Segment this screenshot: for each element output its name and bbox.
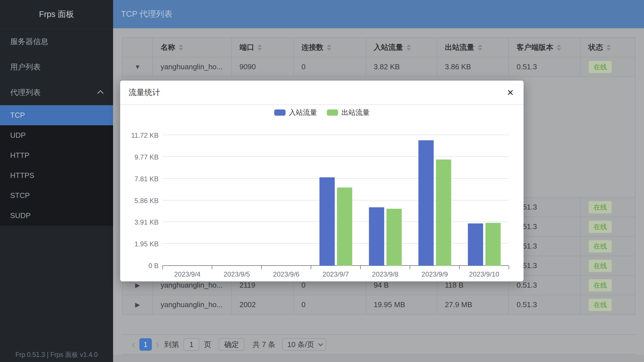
bar-group [262, 135, 311, 266]
cell-traffic_out: 3.86 KB [437, 57, 509, 76]
x-axis-tick [162, 266, 163, 269]
sidebar-item-stcp[interactable]: STCP [0, 186, 113, 206]
y-axis-tick-label: 7.81 KB [120, 174, 159, 184]
sidebar-submenu-proxy-types: TCPUDPHTTPHTTPSSTCPSUDP [0, 105, 113, 226]
page-size-select[interactable]: 10 条/页 [282, 338, 326, 351]
page-number-button[interactable]: 1 [139, 338, 152, 351]
y-axis-tick-label: 1.95 KB [120, 239, 159, 249]
page-unit-label: 页 [204, 340, 211, 350]
traffic-stats-dialog: 流量统计 ✕ 入站流量出站流量 0 B1.95 KB3.91 KB5.86 KB… [120, 81, 524, 281]
status-badge: 在线 [588, 279, 612, 292]
pagination-bar: ‹ 1 › 到第 页 确定 共 7 条 10 条/页 [122, 334, 636, 355]
outbound-traffic-bar [337, 188, 352, 266]
sidebar-item-user-list[interactable]: 用户列表 [0, 54, 113, 80]
column-label: 状态 [588, 42, 603, 52]
page-background-strip [113, 355, 644, 362]
sidebar: Frps 面板 服务器信息 用户列表 代理列表 TCPUDPHTTPHTTPSS… [0, 0, 113, 362]
column-label: 入站流量 [374, 42, 403, 52]
sort-caret-icon[interactable] [179, 44, 183, 51]
bar-group [212, 135, 262, 266]
total-count-label: 共 7 条 [252, 340, 275, 350]
column-label: 出站流量 [445, 42, 474, 52]
x-axis-tick [509, 266, 509, 269]
bar-group [459, 135, 509, 266]
goto-page-label: 到第 [164, 340, 179, 350]
sort-caret-icon[interactable] [478, 44, 482, 51]
x-axis-tick-label: 2023/9/10 [459, 270, 509, 278]
confirm-button[interactable]: 确定 [219, 338, 245, 351]
column-header-port[interactable]: 端口 [232, 38, 294, 57]
sidebar-item-label: 代理列表 [10, 87, 41, 98]
y-axis-tick-label: 3.91 KB [120, 217, 159, 227]
sort-caret-icon[interactable] [407, 44, 411, 51]
sidebar-item-server-info[interactable]: 服务器信息 [0, 29, 113, 54]
column-header-connections[interactable]: 连接数 [294, 38, 366, 57]
sidebar-item-udp[interactable]: UDP [0, 125, 113, 145]
column-label: 客户端版本 [517, 42, 553, 52]
column-label: 连接数 [301, 42, 323, 52]
prev-page-button[interactable]: ‹ [130, 339, 137, 350]
cell-status: 在线 [581, 276, 635, 295]
status-badge: 在线 [588, 220, 612, 233]
outbound-traffic-bar [436, 160, 451, 266]
bar-group [410, 135, 459, 266]
sort-caret-icon[interactable] [258, 44, 262, 51]
cell-expand: ▶ [123, 295, 153, 314]
status-badge: 在线 [588, 201, 612, 214]
sort-caret-icon[interactable] [327, 44, 331, 51]
x-axis-tick [410, 266, 410, 269]
chevron-down-icon [318, 341, 323, 346]
sidebar-item-https[interactable]: HTTPS [0, 165, 113, 186]
gridline [163, 135, 509, 135]
inbound-traffic-bar [369, 207, 384, 266]
table-row: ▼yanghuanglin_ho...909003.82 KB3.86 KB0.… [123, 57, 635, 77]
cell-status: 在线 [581, 237, 635, 256]
traffic-bar-chart: 0 B1.95 KB3.91 KB5.86 KB7.81 KB9.77 KB11… [120, 81, 524, 281]
table-row: ▶yanghuanglin_ho...2002019.95 MB27.9 MB0… [123, 295, 635, 315]
sidebar-item-label: 服务器信息 [10, 36, 48, 47]
sidebar-item-label: 用户列表 [10, 62, 41, 72]
sidebar-item-sudp[interactable]: SUDP [0, 206, 113, 226]
page-header: TCP 代理列表 [113, 0, 644, 28]
expand-row-arrow-icon[interactable]: ▶ [135, 282, 140, 289]
sort-caret-icon[interactable] [557, 44, 561, 51]
status-badge: 在线 [588, 240, 612, 253]
goto-page-input[interactable] [183, 338, 199, 351]
cell-port: 9090 [232, 57, 294, 76]
x-axis-tick [261, 266, 262, 269]
column-header-name[interactable]: 名称 [153, 38, 232, 57]
status-badge: 在线 [588, 61, 612, 74]
x-axis-tick-label: 2023/9/4 [163, 270, 212, 278]
sort-caret-icon[interactable] [606, 44, 611, 51]
status-badge: 在线 [588, 259, 612, 272]
column-header-client_version[interactable]: 客户端版本 [509, 38, 581, 57]
cell-expand: ▼ [123, 57, 153, 76]
x-axis-tick [360, 266, 361, 269]
cell-status: 在线 [581, 57, 635, 76]
x-axis-tick-label: 2023/9/6 [262, 270, 311, 278]
cell-name: yanghuanglin_ho... [153, 295, 232, 314]
app-title: Frps 面板 [0, 0, 113, 29]
column-label: 名称 [161, 42, 175, 52]
y-axis-tick-label: 0 B [120, 261, 159, 271]
x-axis-tick [459, 266, 460, 269]
cell-connections: 0 [294, 57, 366, 76]
column-header-status[interactable]: 状态 [581, 38, 635, 57]
sidebar-item-tcp[interactable]: TCP [0, 105, 113, 125]
column-header-traffic_in[interactable]: 入站流量 [366, 38, 437, 57]
sidebar-item-proxy-list[interactable]: 代理列表 [0, 80, 113, 105]
cell-traffic_in: 19.95 MB [366, 295, 437, 314]
expand-row-arrow-icon[interactable]: ▶ [135, 301, 140, 309]
column-header-traffic_out[interactable]: 出站流量 [437, 38, 509, 57]
table-header-row: 名称端口连接数入站流量出站流量客户端版本状态 [123, 38, 635, 57]
sidebar-item-http[interactable]: HTTP [0, 145, 113, 165]
inbound-traffic-bar [418, 140, 434, 266]
bar-group [163, 135, 212, 266]
collapse-row-arrow-icon[interactable]: ▼ [135, 63, 141, 71]
x-axis-tick-label: 2023/9/5 [212, 270, 262, 278]
chevron-up-icon [97, 90, 104, 97]
inbound-traffic-bar [319, 177, 335, 266]
cell-status: 在线 [581, 217, 635, 236]
bar-group [360, 135, 410, 266]
next-page-button[interactable]: › [154, 339, 161, 350]
